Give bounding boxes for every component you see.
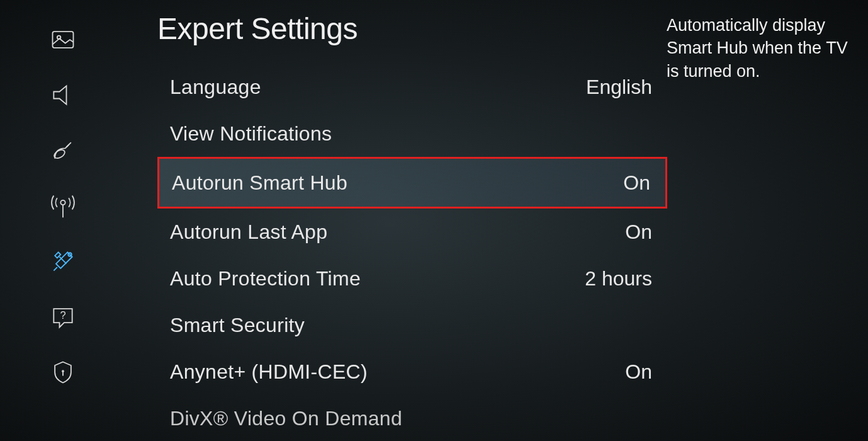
shield-icon bbox=[49, 358, 77, 389]
svg-point-9 bbox=[62, 370, 64, 372]
sidebar-item-support[interactable]: ? bbox=[44, 302, 82, 334]
setting-value: On bbox=[625, 220, 652, 244]
speaker-icon bbox=[49, 81, 77, 112]
setting-auto-protection-time[interactable]: Auto Protection Time 2 hours bbox=[157, 255, 667, 302]
setting-anynet-hdmi-cec[interactable]: Anynet+ (HDMI-CEC) On bbox=[157, 348, 667, 395]
sidebar-item-sound[interactable] bbox=[44, 81, 82, 112]
setting-label: Autorun Last App bbox=[170, 220, 327, 244]
help-icon: ? bbox=[49, 303, 77, 333]
svg-point-4 bbox=[60, 200, 65, 205]
svg-line-3 bbox=[67, 142, 71, 147]
setting-divx-video-on-demand[interactable]: DivX® Video On Demand bbox=[157, 395, 667, 441]
setting-description: Automatically display Smart Hub when the… bbox=[667, 14, 855, 83]
setting-label: Anynet+ (HDMI-CEC) bbox=[170, 360, 368, 384]
sidebar-item-network[interactable] bbox=[44, 192, 82, 223]
antenna-icon bbox=[49, 192, 77, 222]
picture-icon bbox=[49, 26, 77, 56]
setting-label: DivX® Video On Demand bbox=[170, 407, 402, 430]
setting-autorun-last-app[interactable]: Autorun Last App On bbox=[157, 209, 667, 255]
setting-label: Auto Protection Time bbox=[170, 267, 361, 290]
main-panel: Expert Settings Language English View No… bbox=[145, 0, 667, 441]
setting-value: 2 hours bbox=[585, 267, 652, 290]
setting-label: Language bbox=[170, 76, 261, 99]
setting-smart-security[interactable]: Smart Security bbox=[157, 302, 667, 348]
setting-value: On bbox=[623, 171, 650, 195]
sidebar-item-picture[interactable] bbox=[44, 25, 82, 57]
svg-text:?: ? bbox=[60, 309, 65, 321]
sidebar-item-privacy[interactable] bbox=[44, 358, 82, 389]
sidebar-item-broadcast[interactable] bbox=[44, 136, 82, 168]
settings-list: Language English View Notifications Auto… bbox=[157, 64, 667, 441]
setting-autorun-smart-hub[interactable]: Autorun Smart Hub On bbox=[157, 157, 667, 209]
page-title: Expert Settings bbox=[157, 11, 667, 46]
setting-value: English bbox=[586, 76, 652, 99]
sidebar-item-system[interactable] bbox=[44, 247, 82, 278]
sidebar: ? bbox=[0, 0, 126, 441]
svg-line-7 bbox=[60, 257, 67, 264]
setting-label: Smart Security bbox=[170, 314, 305, 337]
setting-language[interactable]: Language English bbox=[157, 64, 667, 110]
satellite-icon bbox=[49, 137, 77, 167]
setting-value: On bbox=[625, 360, 652, 384]
tools-icon bbox=[49, 248, 77, 278]
setting-label: Autorun Smart Hub bbox=[172, 171, 347, 195]
setting-label: View Notifications bbox=[170, 122, 332, 146]
setting-view-notifications[interactable]: View Notifications bbox=[157, 110, 667, 157]
